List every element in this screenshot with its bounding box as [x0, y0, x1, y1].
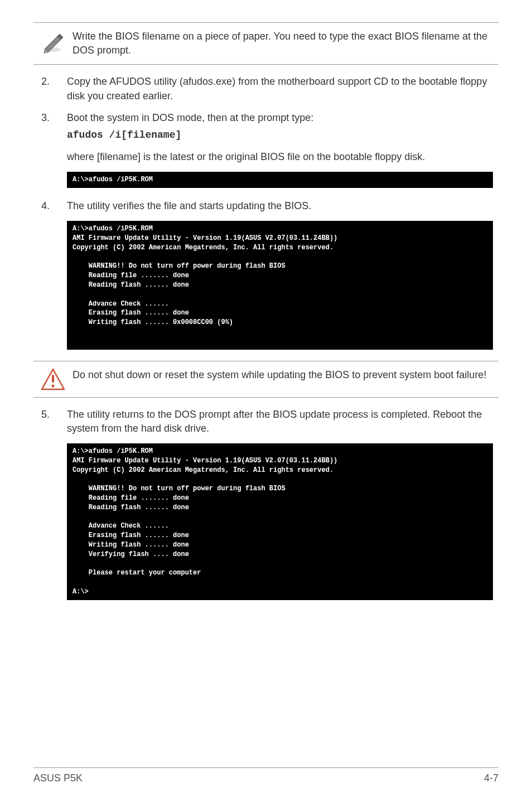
- warning-icon: [33, 368, 72, 390]
- step-2-text: Copy the AFUDOS utility (afudos.exe) fro…: [67, 75, 499, 103]
- step-4-num: 4.: [33, 199, 67, 213]
- step-3-num: 3.: [33, 111, 67, 142]
- terminal-1: A:\>afudos /iP5K.ROM: [67, 172, 493, 188]
- step-2: 2. Copy the AFUDOS utility (afudos.exe) …: [33, 75, 499, 103]
- warning-text: Do not shut down or reset the system whi…: [72, 368, 499, 382]
- step-4-text: The utility verifies the file and starts…: [67, 199, 499, 213]
- svg-point-2: [52, 384, 55, 387]
- step-3: 3. Boot the system in DOS mode, then at …: [33, 111, 499, 142]
- step-2-num: 2.: [33, 75, 67, 103]
- step-5-num: 5.: [33, 408, 67, 436]
- svg-rect-1: [52, 375, 54, 383]
- note-text-1: Write the BIOS filename on a piece of pa…: [72, 30, 499, 57]
- step-5: 5. The utility returns to the DOS prompt…: [33, 408, 499, 436]
- note-box-1: Write the BIOS filename on a piece of pa…: [33, 22, 499, 65]
- step-3-explain: where [filename] is the latest or the or…: [67, 150, 499, 164]
- page-footer: ASUS P5K 4-7: [33, 767, 499, 785]
- step-4: 4. The utility verifies the file and sta…: [33, 199, 499, 213]
- pencil-note-icon: [33, 30, 72, 54]
- step-3-code: afudos /i[filename]: [67, 128, 499, 142]
- step-5-text: The utility returns to the DOS prompt af…: [67, 408, 499, 436]
- step-3-text: Boot the system in DOS mode, then at the…: [67, 111, 499, 125]
- footer-left: ASUS P5K: [33, 771, 83, 785]
- terminal-3: A:\>afudos /iP5K.ROM AMI Firmware Update…: [67, 443, 493, 600]
- warning-box: Do not shut down or reset the system whi…: [33, 361, 499, 398]
- footer-right: 4-7: [484, 771, 499, 785]
- terminal-2: A:\>afudos /iP5K.ROM AMI Firmware Update…: [67, 221, 493, 349]
